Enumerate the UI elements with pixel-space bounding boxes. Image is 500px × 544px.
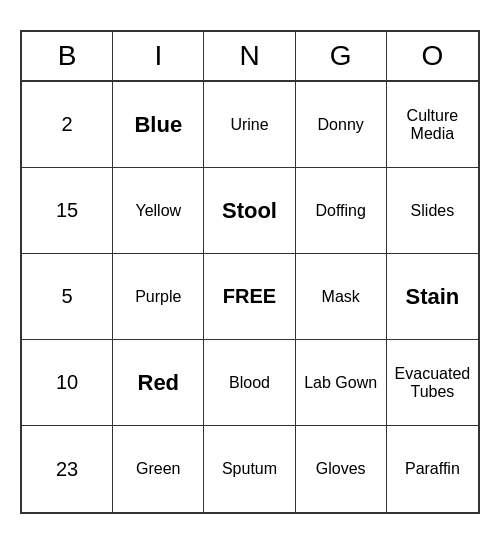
- bingo-card: BINGO 2BlueUrineDonnyCulture Media15Yell…: [20, 30, 480, 514]
- bingo-cell: Blood: [204, 340, 295, 426]
- bingo-cell: 10: [22, 340, 113, 426]
- header-letter: G: [296, 32, 387, 80]
- bingo-cell: Green: [113, 426, 204, 512]
- bingo-cell: Paraffin: [387, 426, 478, 512]
- bingo-cell: Slides: [387, 168, 478, 254]
- bingo-cell: Gloves: [296, 426, 387, 512]
- bingo-cell: Mask: [296, 254, 387, 340]
- header-letter: N: [204, 32, 295, 80]
- bingo-cell: Blue: [113, 82, 204, 168]
- bingo-cell: FREE: [204, 254, 295, 340]
- bingo-cell: Evacuated Tubes: [387, 340, 478, 426]
- header-letter: I: [113, 32, 204, 80]
- bingo-cell: 23: [22, 426, 113, 512]
- header-letter: B: [22, 32, 113, 80]
- bingo-cell: Stain: [387, 254, 478, 340]
- bingo-cell: Stool: [204, 168, 295, 254]
- bingo-cell: Urine: [204, 82, 295, 168]
- bingo-cell: 5: [22, 254, 113, 340]
- bingo-cell: 15: [22, 168, 113, 254]
- bingo-cell: Donny: [296, 82, 387, 168]
- bingo-cell: 2: [22, 82, 113, 168]
- header-letter: O: [387, 32, 478, 80]
- bingo-cell: Lab Gown: [296, 340, 387, 426]
- bingo-cell: Purple: [113, 254, 204, 340]
- bingo-cell: Yellow: [113, 168, 204, 254]
- bingo-header: BINGO: [22, 32, 478, 82]
- bingo-cell: Culture Media: [387, 82, 478, 168]
- bingo-grid: 2BlueUrineDonnyCulture Media15YellowStoo…: [22, 82, 478, 512]
- bingo-cell: Red: [113, 340, 204, 426]
- bingo-cell: Doffing: [296, 168, 387, 254]
- bingo-cell: Sputum: [204, 426, 295, 512]
